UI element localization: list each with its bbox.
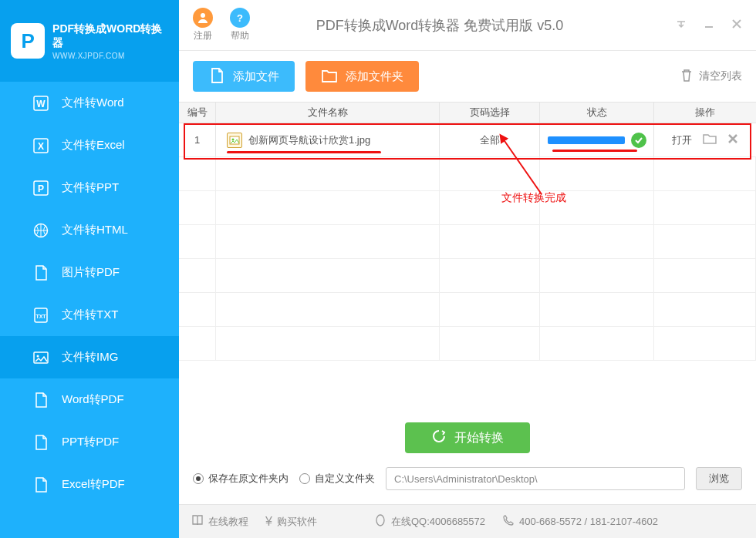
sidebar-item-label: 文件转Word [62,96,124,110]
buy-label: 购买软件 [277,515,317,529]
word-icon: W [32,95,49,112]
file-icon [208,67,225,86]
sidebar-item-label: 文件转HTML [62,223,128,237]
clear-list-label: 清空列表 [699,69,742,83]
svg-text:?: ? [237,12,243,24]
sidebar-item-html[interactable]: 文件转HTML [0,209,179,251]
add-folder-button[interactable]: 添加文件夹 [305,61,419,92]
txt-icon: TXT [32,307,49,324]
logo-icon: P [11,23,45,59]
tutorial-label: 在线教程 [208,515,248,529]
svg-point-14 [232,138,235,140]
sidebar-item-excel[interactable]: X 文件转Excel [0,124,179,166]
cell-name: 创新网页导航设计欣赏1.jpg [216,123,440,156]
footer: 在线教程 ¥ 购买软件 在线QQ:4006685572 400-668-5572… [179,504,756,538]
browse-button[interactable]: 浏览 [696,467,742,490]
annotation-underline [552,150,637,152]
sidebar-item-word[interactable]: W 文件转Word [0,82,179,124]
logo-title: PDF转换成WORD转换器 [52,22,168,50]
help-icon: ? [230,8,250,28]
user-icon [193,8,213,28]
empty-row [179,157,756,191]
radio-original-folder[interactable]: 保存在原文件夹内 [193,472,289,486]
register-button[interactable]: 注册 [193,8,213,42]
save-options: 保存在原文件夹内 自定义文件夹 浏览 [179,467,756,504]
main-panel: 注册 ? 帮助 PDF转换成Word转换器 免费试用版 v5.0 添加文件 [179,0,756,538]
html-icon [32,222,49,239]
th-page: 页码选择 [440,103,540,123]
logo-area: P PDF转换成WORD转换器 WWW.XJPDF.COM [0,0,179,82]
svg-text:P: P [38,183,44,194]
annotation-underline [227,151,381,153]
qq-label: 在线QQ:4006685572 [391,515,485,529]
svg-point-11 [201,13,205,18]
table-header: 编号 文件名称 页码选择 状态 操作 [179,102,756,123]
excel-icon: X [32,137,49,154]
sidebar-item-label: 文件转Excel [62,138,125,153]
image-file-icon [227,133,242,148]
start-convert-button[interactable]: 开始转换 [405,422,530,453]
sidebar-item-imgpdf[interactable]: 图片转PDF [0,251,179,294]
app-title: PDF转换成Word转换器 免费试用版 v5.0 [250,16,676,35]
convert-label: 开始转换 [454,430,504,446]
open-link[interactable]: 打开 [672,133,692,147]
sidebar-item-excelpdf[interactable]: Excel转PDF [0,463,179,506]
sidebar-item-label: Word转PDF [62,392,124,407]
folder-icon [321,67,338,86]
svg-point-10 [37,355,39,357]
pdf-icon [32,476,49,493]
sidebar-item-label: 文件转PPT [62,180,119,195]
sidebar-item-img[interactable]: 文件转IMG [0,336,179,378]
toolbar: 添加文件 添加文件夹 清空列表 [179,51,756,102]
empty-row [179,191,756,225]
add-file-button[interactable]: 添加文件 [193,61,295,92]
titlebar: 注册 ? 帮助 PDF转换成Word转换器 免费试用版 v5.0 [179,0,756,51]
empty-row [179,225,756,259]
svg-text:TXT: TXT [35,314,46,319]
table-row[interactable]: 1 创新网页导航设计欣赏1.jpg 全部 打开 [179,123,756,157]
ppt-icon: P [32,180,49,197]
svg-text:X: X [38,141,44,152]
dropdown-icon[interactable] [676,18,687,32]
phone-label: 400-668-5572 / 181-2107-4602 [519,516,658,527]
sidebar: P PDF转换成WORD转换器 WWW.XJPDF.COM W 文件转Word … [0,0,179,538]
qq-contact[interactable]: 在线QQ:4006685572 [374,514,485,529]
sidebar-item-wordpdf[interactable]: Word转PDF [0,378,179,421]
sidebar-item-pptpdf[interactable]: PPT转PDF [0,421,179,463]
svg-text:W: W [36,99,46,109]
logo-subtitle: WWW.XJPDF.COM [52,52,168,60]
remove-icon[interactable] [727,133,738,146]
phone-contact[interactable]: 400-668-5572 / 181-2107-4602 [502,514,658,529]
sidebar-item-ppt[interactable]: P 文件转PPT [0,166,179,209]
save-path-input[interactable] [386,467,685,490]
sidebar-item-label: 图片转PDF [62,265,120,280]
minimize-icon[interactable] [704,18,714,32]
yen-icon: ¥ [265,515,272,529]
sidebar-item-label: 文件转IMG [62,350,118,365]
open-folder-icon[interactable] [703,133,717,147]
sidebar-item-txt[interactable]: TXT 文件转TXT [0,294,179,336]
close-icon[interactable] [731,18,742,32]
pdf-icon [32,264,49,281]
buy-link[interactable]: ¥ 购买软件 [265,515,317,529]
help-button[interactable]: ? 帮助 [230,8,250,42]
tutorial-link[interactable]: 在线教程 [191,514,248,529]
success-icon [631,133,646,148]
pdf-icon [32,434,49,451]
radio-custom-folder[interactable]: 自定义文件夹 [299,472,375,486]
th-op: 操作 [654,103,756,123]
phone-icon [502,514,515,529]
cell-page[interactable]: 全部 [440,123,540,156]
qq-icon [374,514,386,529]
refresh-icon [431,429,447,447]
file-name-text: 创新网页导航设计欣赏1.jpg [248,133,370,147]
cell-num: 1 [179,123,216,156]
image-icon [32,349,49,366]
file-table: 编号 文件名称 页码选择 状态 操作 1 创新网页导航设计欣赏1.jpg 全部 [179,102,756,416]
clear-list-button[interactable]: 清空列表 [680,69,742,85]
convert-bar: 开始转换 [179,416,756,467]
pdf-icon [32,392,49,409]
trash-icon [680,69,693,85]
progress-bar [548,136,625,144]
book-icon [191,514,204,529]
